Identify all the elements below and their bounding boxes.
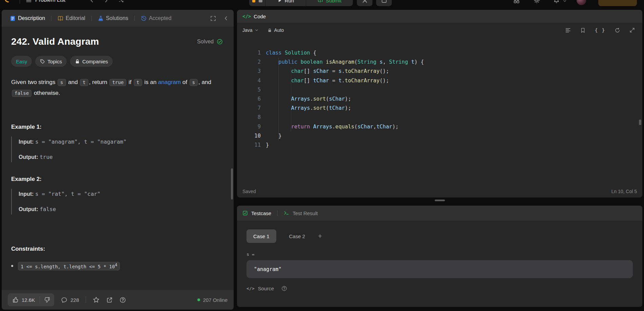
anagram-link[interactable]: anagram [158, 79, 181, 85]
lock-icon [75, 59, 80, 64]
case-2-tab[interactable]: Case 2 [289, 233, 305, 239]
constraint-code: 1 <= s.length, t.length <= 5 * 104 [18, 262, 120, 270]
comment-icon [61, 297, 67, 303]
problem-tabs: Description Editorial Solutions Accepted [2, 10, 234, 27]
code-line[interactable]: 11} [237, 141, 642, 150]
code-line[interactable]: 1class Solution { [237, 48, 642, 58]
difficulty-badge[interactable]: Easy [11, 56, 32, 67]
code-line[interactable]: 6 Arrays.sort(sChar); [237, 95, 642, 104]
thumbs-down-icon [44, 297, 50, 303]
divider [20, 0, 20, 4]
leetcode-logo-icon[interactable] [3, 0, 13, 4]
code-line[interactable]: 4 char[] tChar = t.toCharArray(); [237, 76, 642, 85]
code-line[interactable]: 3 char[] sChar = s.toCharArray(); [237, 67, 642, 76]
code-editor[interactable]: 1class Solution {2 public boolean isAnag… [237, 38, 642, 185]
auto-sync-toggle[interactable]: Auto [267, 27, 284, 33]
premium-button[interactable] [598, 0, 637, 6]
code-line[interactable]: 7 Arrays.sort(tChar); [237, 104, 642, 113]
bookmark-icon[interactable] [580, 27, 586, 33]
tab-test-result[interactable]: Test Result [293, 210, 318, 216]
constraint-item: 1 <= s.length, t.length <= 5 * 104 [11, 262, 223, 270]
description-text: is an [143, 79, 158, 85]
param-value-input[interactable]: "anagram" [246, 260, 633, 278]
dislike-button[interactable] [40, 297, 54, 303]
testcase-checkbox-icon [242, 210, 248, 216]
cloud-upload-icon [318, 0, 323, 3]
code-line[interactable]: 9 return Arrays.equals(sChar,tChar); [237, 122, 642, 131]
description-text: , return [89, 79, 109, 85]
divider [134, 16, 135, 21]
line-number: 5 [237, 85, 261, 95]
line-number: 7 [237, 104, 261, 113]
problem-list-menu-icon[interactable] [26, 0, 32, 3]
vote-group: 12.6K [8, 293, 54, 306]
expand-editor-icon[interactable] [629, 27, 635, 33]
help-icon[interactable] [120, 297, 126, 303]
format-code-icon[interactable] [565, 27, 571, 33]
apps-grid-icon[interactable] [513, 0, 520, 4]
chevron-down-icon [255, 28, 259, 32]
reset-code-icon[interactable] [615, 27, 620, 33]
help-icon[interactable] [281, 286, 287, 291]
tab-accepted[interactable]: Accepted [138, 13, 174, 23]
prev-problem-icon[interactable] [89, 0, 95, 3]
snippets-braces-icon[interactable]: { } [595, 27, 605, 33]
interview-button[interactable] [376, 0, 392, 6]
tab-description[interactable]: Description [7, 13, 48, 23]
record-button[interactable] [357, 0, 372, 6]
source-link[interactable]: Source [258, 286, 274, 291]
code-line[interactable]: 5 [237, 85, 642, 95]
online-dot [197, 298, 200, 301]
tab-testcase[interactable]: Testcase [251, 210, 271, 216]
inline-code: t [80, 79, 88, 86]
top-navbar-inner: Problem List Run Submit [0, 0, 644, 6]
line-number: 6 [237, 95, 261, 104]
avatar[interactable] [577, 0, 586, 5]
tab-editorial[interactable]: Editorial [55, 13, 88, 23]
run-submit-group: Run Submit [249, 0, 353, 6]
code-line[interactable]: 8 [237, 113, 642, 122]
chevron-down-icon[interactable] [563, 0, 567, 3]
tab-solutions[interactable]: Solutions [95, 13, 131, 23]
language-select[interactable]: Java [242, 27, 259, 33]
problem-list-link[interactable]: Problem List [35, 0, 65, 3]
panel-resize-handle[interactable] [435, 200, 445, 201]
notifications-bell-icon[interactable] [553, 0, 560, 4]
line-number: 2 [237, 58, 261, 67]
play-icon [278, 0, 282, 3]
problem-content: 242. Valid Anagram Solved Easy Topics Co… [2, 27, 234, 290]
comments-button[interactable]: 228 [61, 297, 79, 303]
line-number: 9 [237, 122, 261, 131]
code-line[interactable]: 10 } [237, 131, 642, 141]
problem-description: Given two strings s and t, return true i… [11, 77, 221, 99]
line-number: 8 [237, 113, 261, 122]
divider [277, 210, 278, 216]
example-1-heading: Example 1: [11, 124, 223, 130]
run-button[interactable]: Run [266, 0, 306, 6]
topics-badge[interactable]: Topics [35, 56, 67, 67]
fullscreen-icon[interactable] [210, 16, 216, 21]
submit-button[interactable]: Submit [306, 0, 353, 6]
notes-icon[interactable] [249, 0, 265, 6]
code-line[interactable]: 2 public boolean isAnagram(String s, Str… [237, 58, 642, 67]
accepted-history-icon [141, 16, 147, 21]
settings-gear-icon[interactable] [534, 0, 540, 4]
collapse-panel-icon[interactable] [223, 16, 229, 21]
editor-scrollbar-thumb[interactable] [639, 120, 641, 125]
favorite-star-icon[interactable] [93, 296, 100, 303]
companies-badge[interactable]: Companies [70, 56, 113, 67]
share-icon[interactable] [106, 297, 113, 303]
shuffle-icon[interactable] [119, 0, 124, 3]
editor-statusbar: Saved Ln 10, Col 5 [237, 185, 642, 198]
testcase-content: Case 1 Case 2 + s = "anagram" </> Source [237, 221, 642, 307]
tag-icon [40, 59, 45, 64]
scrollbar-thumb[interactable] [231, 168, 233, 200]
like-button[interactable]: 12.6K [8, 297, 40, 303]
add-case-button[interactable]: + [318, 232, 322, 240]
code-panel-title: Code [254, 14, 266, 19]
case-1-tab[interactable]: Case 1 [246, 229, 276, 243]
description-text: and [67, 79, 80, 85]
next-problem-icon[interactable] [103, 0, 109, 3]
divider [86, 296, 86, 303]
cursor-position[interactable]: Ln 10, Col 5 [611, 189, 637, 194]
